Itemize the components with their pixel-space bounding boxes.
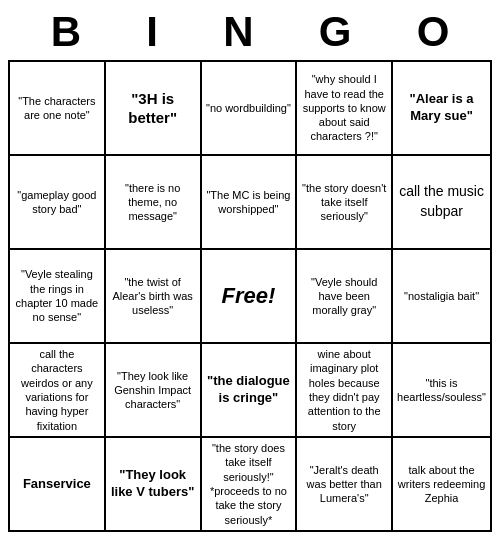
bingo-container: B I N G O "The characters are one note""… (0, 0, 500, 540)
bingo-cell-21: "They look like V tubers" (106, 438, 202, 532)
bingo-grid: "The characters are one note""3H is bett… (8, 60, 492, 532)
bingo-cell-12: Free! (202, 250, 298, 344)
letter-b: B (51, 8, 81, 56)
bingo-cell-13: "Veyle should have been morally gray" (297, 250, 393, 344)
bingo-cell-1: "3H is better" (106, 62, 202, 156)
bingo-cell-7: "The MC is being worshipped" (202, 156, 298, 250)
bingo-cell-3: "why should I have to read the supports … (297, 62, 393, 156)
bingo-cell-8: "the story doesn't take itself seriously… (297, 156, 393, 250)
letter-o: O (417, 8, 450, 56)
bingo-cell-10: "Veyle stealing the rings in chapter 10 … (10, 250, 106, 344)
bingo-cell-19: "this is heartless/souless" (393, 344, 492, 438)
letter-i: I (146, 8, 158, 56)
bingo-cell-23: "Jeralt's death was better than Lumera's… (297, 438, 393, 532)
bingo-cell-20: Fanservice (10, 438, 106, 532)
letter-g: G (319, 8, 352, 56)
bingo-cell-16: "They look like Genshin Impact character… (106, 344, 202, 438)
bingo-cell-15: call the characters weirdos or any varia… (10, 344, 106, 438)
bingo-cell-6: "there is no theme, no message" (106, 156, 202, 250)
bingo-cell-11: "the twist of Alear's birth was useless" (106, 250, 202, 344)
letter-n: N (223, 8, 253, 56)
bingo-cell-14: "nostaligia bait" (393, 250, 492, 344)
bingo-cell-4: "Alear is a Mary sue" (393, 62, 492, 156)
bingo-cell-18: wine about imaginary plot holes because … (297, 344, 393, 438)
bingo-cell-17: "the dialogue is cringe" (202, 344, 298, 438)
bingo-cell-22: "the story does take itself seriously!" … (202, 438, 298, 532)
bingo-cell-24: talk about the writers redeeming Zephia (393, 438, 492, 532)
bingo-cell-2: "no wordbuilding" (202, 62, 298, 156)
bingo-cell-0: "The characters are one note" (10, 62, 106, 156)
bingo-cell-9: call the music subpar (393, 156, 492, 250)
bingo-cell-5: "gameplay good story bad" (10, 156, 106, 250)
bingo-title: B I N G O (8, 4, 492, 58)
